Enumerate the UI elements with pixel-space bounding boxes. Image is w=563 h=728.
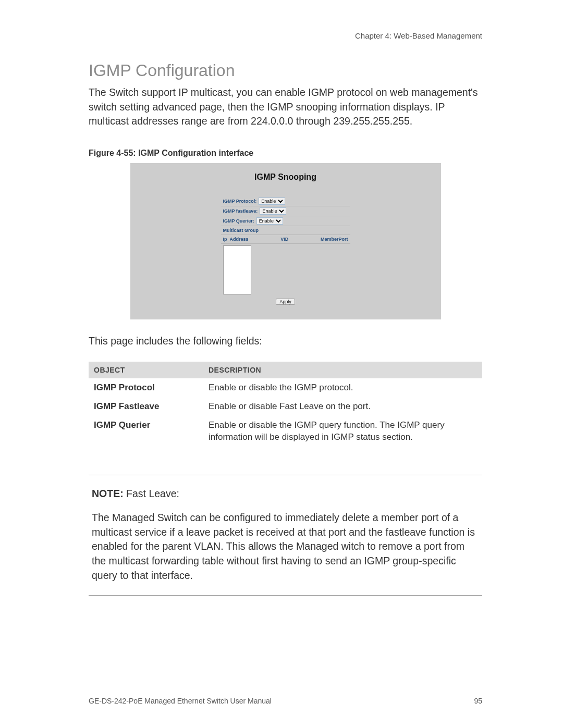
footer-page-number: 95	[474, 697, 482, 705]
section-title: IGMP Configuration	[89, 61, 482, 80]
apply-button[interactable]: Apply	[276, 299, 295, 305]
igmp-protocol-select[interactable]: Enable	[259, 198, 285, 205]
field-object: IGMP Protocol	[89, 378, 203, 397]
multicast-group-label: Multicast Group	[221, 226, 350, 235]
note-body: The Managed Switch can be configured to …	[92, 511, 479, 583]
note-label: NOTE:	[92, 488, 124, 499]
fields-table: OBJECT DESCRIPTION IGMP Protocol Enable …	[89, 362, 482, 447]
figure-screenshot: IGMP Snooping IGMP Protocol: Enable IGMP…	[130, 163, 441, 319]
table-row: IGMP Fastleave Enable or disable Fast Le…	[89, 397, 482, 416]
table-row: IGMP Protocol Enable or disable the IGMP…	[89, 378, 482, 397]
igmp-fastleave-row: IGMP fastleave: Enable	[221, 206, 350, 216]
field-description: Enable or disable the IGMP protocol.	[203, 378, 482, 397]
field-object: IGMP Querier	[89, 416, 203, 447]
section-intro: The Switch support IP multicast, you can…	[89, 85, 482, 129]
igmp-querier-label: IGMP Querier:	[223, 218, 254, 224]
page-footer: GE-DS-242-PoE Managed Ethernet Switch Us…	[89, 697, 482, 705]
igmp-querier-select[interactable]: Enable	[256, 217, 283, 225]
ip-address-listbox[interactable]	[223, 245, 251, 294]
table-row: IGMP Querier Enable or disable the IGMP …	[89, 416, 482, 447]
figure-caption: Figure 4-55: IGMP Configuration interfac…	[89, 149, 482, 158]
fields-header-object: OBJECT	[89, 362, 203, 378]
multicast-columns: Ip_Address VID MemberPort	[221, 235, 350, 244]
note-label-suffix: Fast Leave:	[124, 488, 179, 499]
fields-header-description: DESCRIPTION	[203, 362, 482, 378]
fields-intro: This page includes the following fields:	[89, 335, 482, 347]
col-ip: Ip_Address	[223, 237, 249, 242]
field-object: IGMP Fastleave	[89, 397, 203, 416]
igmp-fastleave-label: IGMP fastleave:	[223, 208, 258, 214]
igmp-querier-row: IGMP Querier: Enable	[221, 216, 350, 226]
col-member: MemberPort	[321, 237, 348, 242]
chapter-header: Chapter 4: Web-Based Management	[89, 31, 482, 40]
col-vid: VID	[280, 237, 288, 242]
igmp-protocol-row: IGMP Protocol: Enable	[221, 196, 350, 206]
footer-manual-title: GE-DS-242-PoE Managed Ethernet Switch Us…	[89, 697, 272, 705]
igmp-fastleave-select[interactable]: Enable	[260, 207, 286, 215]
document-page: Chapter 4: Web-Based Management IGMP Con…	[0, 0, 563, 728]
field-description: Enable or disable the IGMP query functio…	[203, 416, 482, 447]
field-description: Enable or disable Fast Leave on the port…	[203, 397, 482, 416]
panel-title: IGMP Snooping	[130, 163, 441, 196]
igmp-protocol-label: IGMP Protocol:	[223, 199, 257, 204]
note-block: NOTE: Fast Leave: The Managed Switch can…	[89, 475, 482, 596]
igmp-form: IGMP Protocol: Enable IGMP fastleave: En…	[221, 196, 350, 305]
